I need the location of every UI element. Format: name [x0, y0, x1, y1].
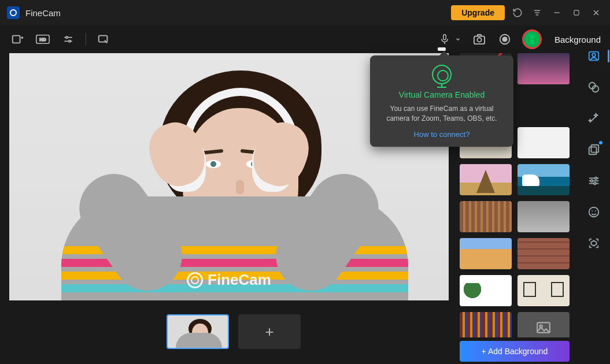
- svg-rect-31: [589, 147, 597, 154]
- scene-thumb-1[interactable]: [167, 314, 229, 349]
- svg-rect-17: [443, 35, 446, 40]
- menu-icon[interactable]: [530, 6, 544, 20]
- overlay-icon[interactable]: [586, 80, 601, 95]
- adjust-icon[interactable]: [586, 173, 601, 188]
- svg-point-35: [591, 180, 593, 182]
- svg-point-13: [66, 36, 68, 38]
- add-background-label: + Add Background: [482, 347, 548, 356]
- svg-rect-7: [13, 36, 20, 43]
- refresh-icon[interactable]: [511, 6, 524, 20]
- watermark-text: FineCam: [208, 271, 271, 289]
- bg-tile-custom[interactable]: [517, 312, 570, 337]
- svg-point-39: [591, 210, 593, 211]
- svg-point-33: [595, 177, 597, 180]
- hd-icon[interactable]: HD: [35, 31, 51, 47]
- svg-point-37: [594, 183, 596, 185]
- ar-scan-icon[interactable]: [586, 236, 601, 251]
- microphone-icon[interactable]: [437, 31, 453, 47]
- bg-tile-white[interactable]: [517, 127, 570, 158]
- face-beauty-icon[interactable]: [586, 205, 601, 220]
- bg-tile-library[interactable]: [460, 201, 512, 232]
- bg-tile-frames[interactable]: [517, 275, 570, 306]
- bg-tile-plant[interactable]: [460, 275, 512, 306]
- svg-rect-30: [591, 145, 598, 153]
- watermark: FineCam: [187, 271, 271, 289]
- svg-point-22: [502, 37, 507, 41]
- close-button[interactable]: [589, 6, 603, 20]
- settings-sliders-icon[interactable]: [60, 31, 76, 47]
- tooltip-body: You can use FineCam as a virtual camera …: [378, 104, 505, 124]
- plus-icon: +: [265, 323, 273, 341]
- virtual-camera-button[interactable]: [522, 29, 542, 49]
- layers-icon[interactable]: [586, 142, 601, 157]
- toolbar-separator: [86, 33, 86, 46]
- bg-tile-desert[interactable]: [460, 238, 512, 269]
- record-icon[interactable]: [497, 31, 513, 47]
- svg-point-40: [595, 210, 596, 211]
- maximize-button[interactable]: [570, 6, 583, 20]
- webcam-icon: [432, 65, 452, 84]
- app-logo: [7, 6, 20, 19]
- svg-point-20: [477, 38, 481, 42]
- effects-icon[interactable]: [586, 111, 601, 126]
- bg-tile-books[interactable]: [460, 312, 512, 337]
- svg-point-38: [589, 207, 599, 217]
- bg-tile-blur[interactable]: Blur: [517, 53, 570, 84]
- bg-tile-lake[interactable]: [517, 164, 570, 195]
- app-title: FineCam: [25, 8, 61, 18]
- titlebar: FineCam Upgrade: [0, 0, 610, 25]
- tooltip-link[interactable]: How to connect?: [414, 130, 470, 139]
- right-tool-strip: [578, 40, 610, 364]
- svg-text:HD: HD: [39, 37, 46, 42]
- bg-tile-bricks[interactable]: [517, 238, 570, 269]
- chevron-down-icon[interactable]: [454, 31, 462, 47]
- bg-tile-label: Blur: [537, 65, 550, 73]
- scene-thumbnails: +: [167, 314, 301, 349]
- background-tab-icon[interactable]: [586, 49, 601, 64]
- bg-tile-eiffel[interactable]: [460, 164, 512, 195]
- add-background-button[interactable]: + Add Background: [460, 341, 570, 362]
- tooltip-title: Virtual Camera Enabled: [378, 90, 505, 99]
- svg-rect-4: [574, 10, 579, 15]
- toolbar: HD Background: [0, 25, 610, 53]
- minimize-button[interactable]: [550, 6, 564, 20]
- svg-point-27: [592, 53, 596, 57]
- add-scene-button[interactable]: +: [238, 314, 301, 349]
- svg-point-23: [531, 38, 533, 40]
- upgrade-button[interactable]: Upgrade: [451, 5, 505, 20]
- snapshot-icon[interactable]: [471, 31, 487, 47]
- virtual-camera-tooltip: Virtual Camera Enabled You can use FineC…: [370, 55, 513, 147]
- bg-tile-warehouse[interactable]: [517, 201, 570, 232]
- add-source-icon[interactable]: [9, 31, 25, 47]
- svg-point-15: [69, 40, 71, 42]
- annotate-icon[interactable]: [95, 31, 112, 47]
